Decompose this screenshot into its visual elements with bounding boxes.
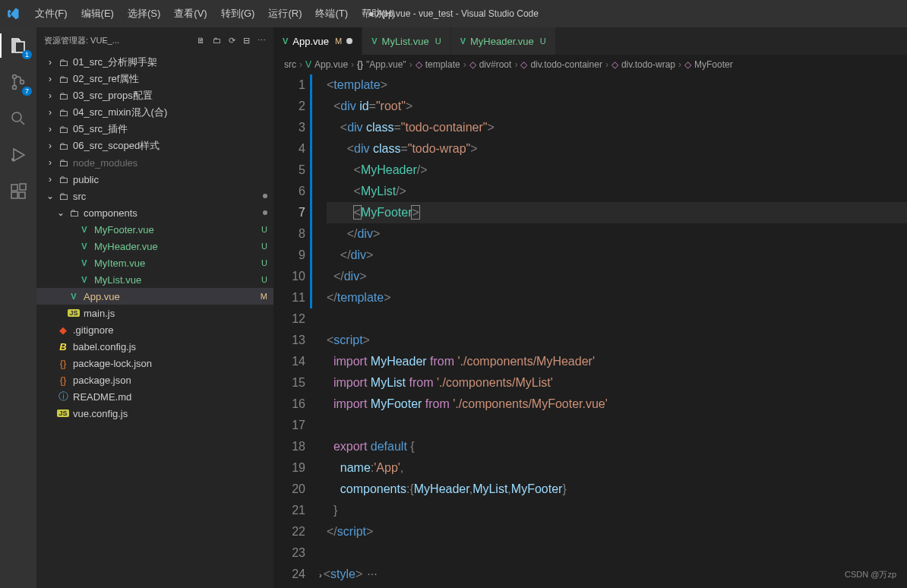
scm-icon[interactable]: 7 xyxy=(6,70,30,94)
breadcrumb-item[interactable]: {}"App.vue" xyxy=(357,59,406,70)
sidebar-header: 资源管理器: VUE_... 🗎 🗀 ⟳ ⊟ ⋯ xyxy=(36,27,273,54)
tree-row[interactable]: ◆.gitignore xyxy=(36,321,273,338)
file-tree[interactable]: ›🗀01_src_分析脚手架›🗀02_src_ref属性›🗀03_src_pro… xyxy=(36,54,273,588)
svg-rect-7 xyxy=(19,192,25,198)
svg-rect-6 xyxy=(11,192,17,198)
sidebar-actions: 🗎 🗀 ⟳ ⊟ ⋯ xyxy=(197,36,266,46)
tree-row[interactable]: ›🗀05_src_插件 xyxy=(36,121,273,138)
code-content[interactable]: <template> <div id="root"> <div class="t… xyxy=(319,74,907,588)
code-line[interactable]: } xyxy=(327,500,907,521)
code-line[interactable]: <MyHeader/> xyxy=(327,160,907,181)
code-line[interactable]: </div> xyxy=(327,223,907,245)
editor-area: VApp.vueMVMyList.vueUVMyHeader.vueU src›… xyxy=(273,27,907,588)
collapse-icon[interactable]: ⊟ xyxy=(243,36,250,46)
breadcrumb-item[interactable]: ◇MyFooter xyxy=(684,59,733,70)
explorer-icon[interactable]: 1 xyxy=(6,33,30,58)
tree-row[interactable]: ›🗀node_modules xyxy=(36,154,273,171)
code-line[interactable]: <div id="root"> xyxy=(327,96,907,117)
code-line[interactable]: <MyFooter> xyxy=(327,202,907,223)
tree-row[interactable]: JSmain.js xyxy=(36,305,273,321)
code-line[interactable]: </script> xyxy=(327,521,907,542)
code-line[interactable]: export default { xyxy=(327,436,907,457)
breadcrumb-item[interactable]: ◇div.todo-container xyxy=(520,59,602,70)
code-line[interactable]: <script> xyxy=(327,330,907,351)
editor-tab[interactable]: VMyList.vueU xyxy=(362,27,450,55)
tree-row[interactable]: ›🗀03_src_props配置 xyxy=(36,87,273,104)
breadcrumb-item[interactable]: src xyxy=(284,59,296,70)
tree-row[interactable]: ›🗀public xyxy=(36,171,273,188)
tree-row[interactable]: VMyFooter.vueU xyxy=(36,221,273,238)
code-line[interactable]: </div> xyxy=(327,245,907,266)
new-folder-icon[interactable]: 🗀 xyxy=(213,36,221,46)
code-line[interactable] xyxy=(327,542,907,564)
code-line[interactable]: import MyHeader from './components/MyHea… xyxy=(327,351,907,372)
code-line[interactable] xyxy=(327,308,907,330)
tree-row[interactable]: ›🗀04_src_mixin混入(合) xyxy=(36,104,273,121)
tree-row[interactable]: VApp.vueM xyxy=(36,288,273,305)
tree-row[interactable]: ›🗀06_src_scoped样式 xyxy=(36,138,273,154)
menu-item[interactable]: 查看(V) xyxy=(168,4,213,24)
breadcrumb-item[interactable]: ◇div.todo-wrap xyxy=(612,59,675,70)
watermark: CSDN @万zp xyxy=(845,569,896,580)
menu-item[interactable]: 转到(G) xyxy=(215,4,261,24)
extensions-icon[interactable] xyxy=(6,179,30,204)
code-line[interactable]: <MyList/> xyxy=(327,181,907,202)
breadcrumb-item[interactable]: ◇template xyxy=(416,59,460,70)
tree-row[interactable]: {}package-lock.json xyxy=(36,355,273,371)
code-line[interactable]: </template> xyxy=(327,287,907,308)
code-line[interactable] xyxy=(327,415,907,436)
code-line[interactable]: </div> xyxy=(327,266,907,287)
editor-tabs: VApp.vueMVMyList.vueUVMyHeader.vueU xyxy=(273,27,907,55)
svg-rect-5 xyxy=(11,185,17,191)
tree-row[interactable]: ⌄🗀src xyxy=(36,188,273,204)
tree-row[interactable]: VMyList.vueU xyxy=(36,271,273,288)
tree-row[interactable]: VMyItem.vueU xyxy=(36,254,273,271)
menu-item[interactable]: 运行(R) xyxy=(262,4,308,24)
change-bar xyxy=(310,74,312,308)
svg-point-2 xyxy=(21,81,24,84)
svg-point-4 xyxy=(11,158,14,161)
tree-row[interactable]: JSvue.config.js xyxy=(36,405,273,422)
breadcrumb-item[interactable]: ◇div#root xyxy=(469,59,512,70)
explorer-badge: 1 xyxy=(22,50,32,59)
vscode-logo-icon xyxy=(6,7,20,21)
title-text: App.vue - vue_test - Visual Studio Code xyxy=(377,8,539,19)
code-line[interactable]: <div class="todo-wrap"> xyxy=(327,138,907,160)
titlebar: 文件(F)编辑(E)选择(S)查看(V)转到(G)运行(R)终端(T)帮助(H)… xyxy=(0,0,907,27)
tree-row[interactable]: VMyHeader.vueU xyxy=(36,238,273,254)
tree-row[interactable]: ⓘREADME.md xyxy=(36,388,273,405)
search-icon[interactable] xyxy=(6,106,30,131)
code-editor[interactable]: 123456789101112131415161718192021222324 … xyxy=(273,74,907,588)
breadcrumbs[interactable]: src›VApp.vue›{}"App.vue"›◇template›◇div#… xyxy=(273,55,907,74)
dirty-indicator: ● xyxy=(368,8,374,19)
code-line[interactable]: <template> xyxy=(327,74,907,96)
run-icon[interactable] xyxy=(6,143,30,167)
menu-item[interactable]: 终端(T) xyxy=(309,4,354,24)
refresh-icon[interactable]: ⟳ xyxy=(229,36,235,46)
menu-item[interactable]: 编辑(E) xyxy=(75,4,120,24)
editor-tab[interactable]: VMyHeader.vueU xyxy=(451,27,556,55)
breadcrumb-item[interactable]: VApp.vue xyxy=(305,59,348,70)
code-line[interactable]: import MyList from './components/MyList' xyxy=(327,372,907,394)
dirty-dot-icon xyxy=(346,38,352,44)
editor-tab[interactable]: VApp.vueM xyxy=(273,27,362,55)
new-file-icon[interactable]: 🗎 xyxy=(197,36,205,46)
code-line[interactable]: import MyFooter from './components/MyFoo… xyxy=(327,394,907,415)
tree-row[interactable]: ›🗀01_src_分析脚手架 xyxy=(36,54,273,71)
svg-point-3 xyxy=(12,112,21,122)
code-line[interactable]: ›<style>··· xyxy=(327,564,907,585)
menu-item[interactable]: 文件(F) xyxy=(29,4,74,24)
tree-row[interactable]: Bbabel.config.js xyxy=(36,338,273,355)
svg-point-0 xyxy=(13,75,17,79)
activity-bar: 1 7 xyxy=(0,27,36,588)
tree-row[interactable]: {}package.json xyxy=(36,371,273,388)
tree-row[interactable]: ›🗀02_src_ref属性 xyxy=(36,71,273,87)
code-line[interactable]: name:'App', xyxy=(327,457,907,479)
line-gutter: 123456789101112131415161718192021222324 xyxy=(273,74,319,588)
menu-item[interactable]: 选择(S) xyxy=(122,4,166,24)
svg-point-1 xyxy=(13,86,17,90)
code-line[interactable]: <div class="todo-container"> xyxy=(327,117,907,138)
more-icon[interactable]: ⋯ xyxy=(258,36,266,46)
code-line[interactable]: components:{MyHeader,MyList,MyFooter} xyxy=(327,479,907,500)
tree-row[interactable]: ⌄🗀components xyxy=(36,204,273,221)
